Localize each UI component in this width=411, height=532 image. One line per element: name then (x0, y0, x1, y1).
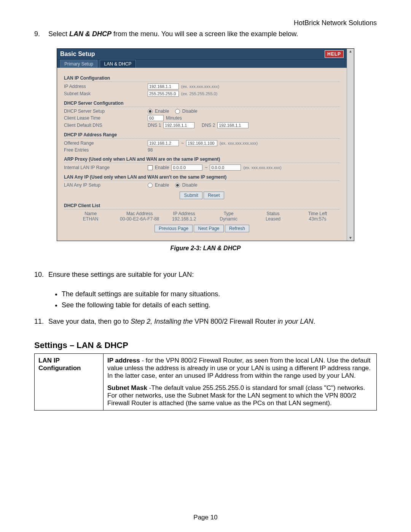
scrollbar[interactable]: ▲ ▼ (347, 49, 354, 241)
next-page-button[interactable]: Next Page (194, 225, 223, 232)
reset-button[interactable]: Reset (204, 192, 224, 199)
cell-mac: 00-00-E2-6A-F7-88 (117, 216, 162, 222)
help-button[interactable]: HELP (325, 50, 344, 58)
settings-heading: Settings – LAN & DHCP (34, 340, 377, 350)
input-ip-address[interactable] (148, 83, 179, 89)
tab-primary-setup[interactable]: Primary Setup (60, 60, 97, 68)
section-lan-any-ip: LAN Any IP (Used only when LAN and WAN a… (64, 174, 340, 181)
step-10: 10. Ensure these settings are suitable f… (34, 270, 377, 279)
label-subnet-mask: Subnet Mask (64, 91, 148, 96)
step-10-bullet-1: The default settings are suitable for ma… (62, 289, 377, 299)
section-dhcp-clients: DHCP Client List (64, 203, 340, 209)
radio-dhcp-enable[interactable] (148, 109, 153, 114)
prev-page-button[interactable]: Previous Page (155, 225, 193, 232)
client-table-header: Name Mac Address IP Address Type Status … (64, 211, 340, 216)
step-11-mid: VPN 800/2 Firewall Router (193, 318, 277, 325)
input-arp-from (171, 165, 202, 171)
section-arp-proxy: ARP Proxy (Used only when LAN and WAN ar… (64, 157, 340, 163)
ip-address-desc: - for the VPN 800/2 Firewall Router, as … (107, 357, 371, 379)
step-11-number: 11. (34, 317, 46, 326)
radio-anyip-disable[interactable] (175, 183, 180, 188)
hint-arp: (ex. xxx.xxx.xxx.xxx) (243, 165, 281, 170)
step-9-text-post: from the menu. You will see a screen lik… (112, 30, 298, 38)
settings-row1-body: IP address - for the VPN 800/2 Firewall … (104, 354, 377, 411)
panel-title: Basic Setup (60, 51, 95, 58)
label-offered-range: Offered Range (64, 141, 148, 146)
step-11-italic-2: in your LAN (277, 318, 313, 325)
refresh-button[interactable]: Refresh (225, 225, 249, 232)
tab-bar: Primary Setup LAN & DHCP (57, 60, 347, 68)
step-9-number: 9. (34, 29, 46, 38)
radio-dhcp-disable[interactable] (175, 109, 180, 114)
settings-table: LAN IP Configuration IP address - for th… (34, 353, 377, 411)
step-11-pre: Save your data, then go to (48, 318, 131, 325)
step-11-italic-1: Step 2, Installing the (131, 318, 193, 325)
label-minutes: Minutes (166, 115, 182, 121)
label-internal-range: Internal LAN IP Range (64, 165, 148, 170)
input-dns1[interactable] (163, 122, 194, 128)
cell-name: ETHAN (64, 216, 117, 222)
hint-ip-address: (ex. xxx.xxx.xxx.xxx) (181, 84, 219, 89)
col-name: Name (64, 211, 117, 216)
client-table-row: ETHAN 00-00-E2-6A-F7-88 192.168.1.2 Dyna… (64, 216, 340, 222)
label-ip-address: IP Address (64, 84, 148, 89)
step-9-menu-name: LAN & DHCP (69, 30, 112, 38)
label-lease-time: Client Lease Time (64, 115, 148, 121)
col-type: Type (206, 211, 251, 216)
step-11-post: . (313, 318, 315, 325)
step-10-text: Ensure these settings are suitable for y… (48, 271, 194, 278)
label-dhcp-setup: DHCP Server Setup (64, 109, 148, 114)
label-arp-enable: Enable (155, 165, 169, 170)
step-9: 9. Select LAN & DHCP from the menu. You … (34, 29, 377, 38)
hint-range: (ex. xxx.xxx.xxx.xxx) (220, 141, 258, 145)
label-enable: Enable (155, 109, 169, 114)
cell-ip: 192.168.1.2 (162, 216, 206, 222)
section-lan-ip-config: LAN IP Configuration (64, 75, 340, 82)
input-arp-to (210, 165, 241, 171)
submit-button[interactable]: Submit (180, 192, 202, 199)
ip-address-term: IP address (107, 357, 140, 364)
arp-tilde: ~ (205, 165, 207, 170)
label-anyip-disable: Disable (182, 182, 198, 188)
col-status: Status (251, 211, 295, 216)
label-any-ip: LAN Any IP Setup (64, 182, 148, 188)
input-range-to[interactable] (186, 140, 217, 146)
step-10-number: 10. (34, 270, 46, 279)
label-dns1: DNS 1 (148, 123, 161, 128)
cell-status: Leased (251, 216, 295, 222)
range-tilde: ~ (181, 141, 184, 146)
figure-caption: Figure 2-3: LAN & DHCP (34, 245, 377, 252)
subnet-mask-term: Subnet Mask (107, 384, 147, 391)
col-ip: IP Address (162, 211, 206, 216)
cell-type: Dynamic (206, 216, 251, 222)
settings-row1-header: LAN IP Configuration (35, 354, 104, 411)
label-free-entries: Free Entries (64, 147, 148, 153)
section-dhcp-server: DHCP Server Configuration (64, 101, 340, 107)
doc-header-brand: HotBrick Network Solutions (34, 19, 377, 27)
hint-subnet-mask: (ex. 255.255.255.0) (181, 91, 217, 96)
checkbox-arp-enable[interactable] (148, 165, 153, 170)
radio-anyip-enable[interactable] (148, 183, 153, 188)
router-screenshot: Basic Setup HELP Primary Setup LAN & DHC… (57, 48, 354, 241)
step-11: 11. Save your data, then go to Step 2, I… (34, 317, 377, 326)
input-subnet-mask[interactable] (148, 91, 179, 97)
input-lease-time[interactable] (148, 115, 164, 121)
scroll-down-icon[interactable]: ▼ (347, 235, 354, 241)
label-anyip-enable: Enable (155, 182, 169, 188)
section-dhcp-range: DHCP IP Address Range (64, 132, 340, 139)
value-free-entries: 98 (148, 147, 153, 153)
col-mac: Mac Address (117, 211, 162, 216)
step-10-bullet-2: See the following table for details of e… (62, 300, 377, 310)
page-footer: Page 10 (0, 514, 411, 521)
input-range-from[interactable] (148, 140, 179, 146)
scroll-up-icon[interactable]: ▲ (347, 49, 354, 54)
cell-time: 43m:57s (295, 216, 340, 222)
input-dns2[interactable] (217, 122, 249, 128)
tab-lan-dhcp[interactable]: LAN & DHCP (100, 60, 135, 68)
col-time-left: Time Left (295, 211, 340, 216)
step-9-text-pre: Select (48, 30, 69, 38)
label-client-dns: Client Default DNS (64, 123, 148, 128)
label-disable: Disable (182, 109, 198, 114)
label-dns2: DNS 2 (202, 123, 215, 128)
